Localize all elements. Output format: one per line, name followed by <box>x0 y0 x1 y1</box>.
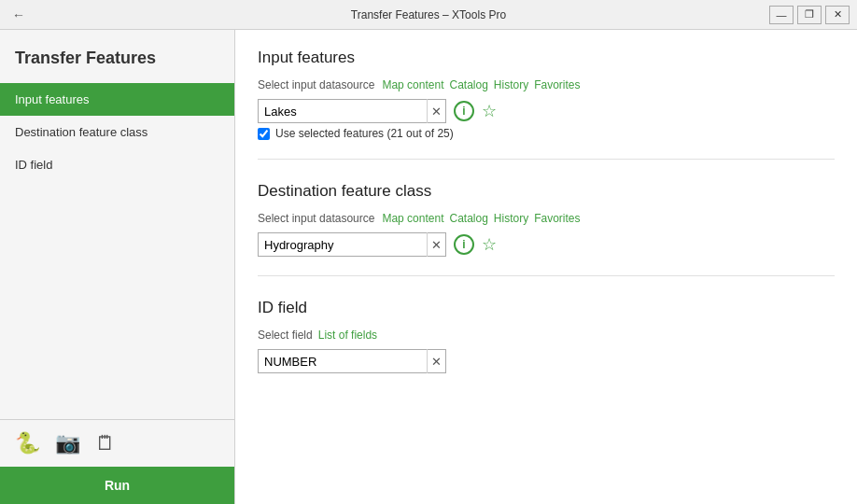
input-features-catalog-link[interactable]: Catalog <box>449 78 487 91</box>
restore-button[interactable]: ❐ <box>797 6 822 24</box>
back-button[interactable]: ← <box>7 4 30 26</box>
id-field-input[interactable] <box>259 355 427 369</box>
sidebar-nav: Input features Destination feature class… <box>0 83 234 419</box>
input-features-info-icon[interactable]: i <box>454 101 474 121</box>
input-features-datasource-label: Select input datasource <box>258 78 374 91</box>
destination-history-link[interactable]: History <box>494 212 528 225</box>
help-icon[interactable]: 🗒 <box>95 431 116 455</box>
titlebar: ← Transfer Features – XTools Pro — ❐ ✕ <box>0 0 857 30</box>
input-features-checkbox-row: Use selected features (21 out of 25) <box>258 127 835 140</box>
sidebar-item-destination-feature-class[interactable]: Destination feature class <box>0 116 234 148</box>
sidebar-item-input-features[interactable]: Input features <box>0 83 234 116</box>
close-button[interactable]: ✕ <box>825 6 850 24</box>
id-field-row: Select field List of fields <box>258 329 835 342</box>
titlebar-title: Transfer Features – XTools Pro <box>351 8 506 21</box>
id-field-input-row: ✕ <box>258 349 835 373</box>
destination-input[interactable] <box>259 238 427 252</box>
input-features-checkbox-label: Use selected features (21 out of 25) <box>275 127 454 140</box>
input-features-favorites-link[interactable]: Favorites <box>534 78 580 91</box>
destination-title: Destination feature class <box>258 182 835 201</box>
titlebar-left: ← <box>7 4 30 26</box>
id-field-section: ID field Select field List of fields ✕ <box>258 299 835 392</box>
destination-clear-button[interactable]: ✕ <box>427 232 445 257</box>
destination-input-wrapper: ✕ <box>258 232 446 257</box>
minimize-button[interactable]: — <box>769 6 794 24</box>
input-features-history-link[interactable]: History <box>494 78 528 91</box>
destination-input-row: ✕ i ☆ <box>258 232 835 257</box>
id-field-list-link[interactable]: List of fields <box>318 329 377 342</box>
input-features-section: Input features Select input datasource M… <box>258 49 835 160</box>
sidebar-title: Transfer Features <box>0 30 234 83</box>
destination-info-icon[interactable]: i <box>454 234 474 255</box>
destination-star-icon[interactable]: ☆ <box>482 236 497 253</box>
id-field-clear-button[interactable]: ✕ <box>427 349 445 373</box>
destination-catalog-link[interactable]: Catalog <box>449 212 487 225</box>
input-features-clear-button[interactable]: ✕ <box>427 99 445 123</box>
input-features-datasource-row: Select input datasource Map content Cata… <box>258 78 835 91</box>
destination-section: Destination feature class Select input d… <box>258 182 835 276</box>
python-icon[interactable]: 🐍 <box>15 431 40 455</box>
input-features-title: Input features <box>258 49 835 67</box>
input-features-input-row: ✕ i ☆ <box>258 99 835 123</box>
sidebar-item-id-field[interactable]: ID field <box>0 148 234 181</box>
id-field-label: Select field <box>258 329 313 342</box>
destination-datasource-label: Select input datasource <box>258 212 374 225</box>
sidebar-footer: 🐍 📷 🗒 <box>0 419 234 467</box>
sidebar: Transfer Features Input features Destina… <box>0 30 235 504</box>
input-features-checkbox[interactable] <box>258 128 270 140</box>
id-field-input-wrapper: ✕ <box>258 349 446 373</box>
id-field-title: ID field <box>258 299 835 317</box>
input-features-star-icon[interactable]: ☆ <box>482 103 497 119</box>
camera-icon[interactable]: 📷 <box>55 431 80 455</box>
input-features-input[interactable] <box>259 105 427 119</box>
content-area: Input features Select input datasource M… <box>235 30 857 504</box>
main-container: Transfer Features Input features Destina… <box>0 30 857 504</box>
run-button[interactable]: Run <box>0 467 234 504</box>
input-features-map-content-link[interactable]: Map content <box>382 78 443 91</box>
destination-map-content-link[interactable]: Map content <box>382 212 443 225</box>
input-features-input-wrapper: ✕ <box>258 99 446 123</box>
destination-favorites-link[interactable]: Favorites <box>534 212 580 225</box>
destination-datasource-row: Select input datasource Map content Cata… <box>258 212 835 225</box>
titlebar-controls: — ❐ ✕ <box>769 6 850 24</box>
